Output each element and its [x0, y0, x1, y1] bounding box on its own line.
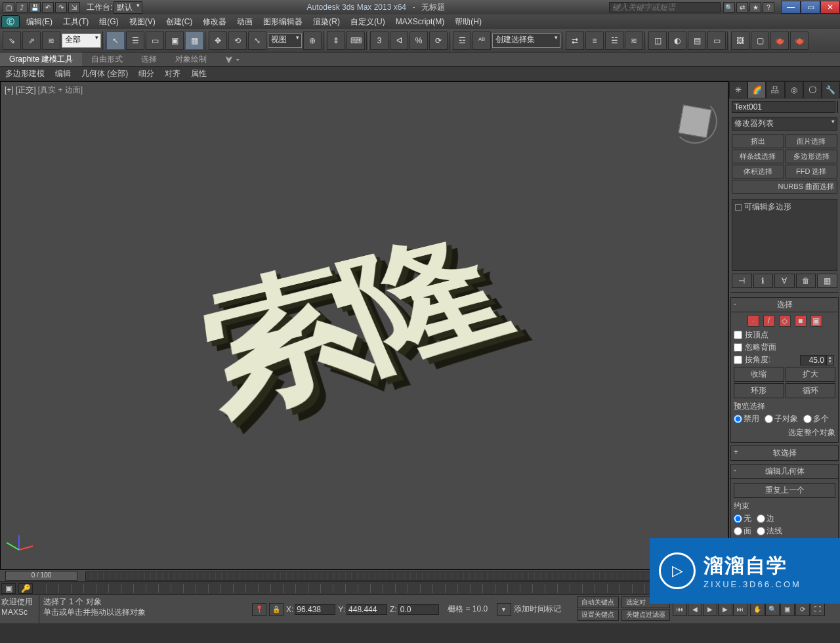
maximize-button[interactable]: ▭: [801, 1, 820, 14]
paint-select-button[interactable]: ▦: [185, 31, 203, 50]
tab-modify-icon[interactable]: 🌈: [747, 81, 766, 98]
viewport[interactable]: [+] [正交] [真实 + 边面] 索隆: [0, 81, 728, 570]
menu-group[interactable]: 组(G): [94, 16, 123, 28]
menu-customize[interactable]: 自定义(U): [345, 16, 390, 28]
auto-key-button[interactable]: 自动关键点: [577, 596, 619, 608]
rollout-soft-header[interactable]: +软选择: [731, 446, 838, 461]
new-icon[interactable]: ▢: [3, 2, 14, 12]
minimize-button[interactable]: —: [781, 1, 801, 14]
search-icon[interactable]: 🔍: [723, 2, 735, 12]
sel-spline[interactable]: 样条线选择: [732, 150, 784, 163]
menu-rendering[interactable]: 渲染(R): [308, 16, 345, 28]
link-icon[interactable]: ⇲: [68, 2, 80, 12]
subribbon-edit[interactable]: 编辑: [50, 68, 76, 79]
zoom-icon[interactable]: 🔍: [765, 603, 780, 616]
render-production-button[interactable]: 🖼: [731, 31, 749, 50]
menu-modifiers[interactable]: 修改器: [198, 16, 232, 28]
close-button[interactable]: ✕: [820, 1, 840, 14]
render-frame-button[interactable]: ▭: [707, 31, 726, 50]
app-menu-icon[interactable]: Ⓔ: [1, 15, 20, 28]
maxscript-mini-listener[interactable]: 欢迎使用 MAXSc: [0, 595, 39, 623]
pin-stack-icon[interactable]: ⊣: [732, 274, 752, 288]
maximize-viewport-icon[interactable]: ⛶: [810, 603, 825, 616]
tab-motion-icon[interactable]: ◎: [785, 81, 803, 98]
named-sel-icon[interactable]: ᴬᴮ: [472, 31, 491, 50]
constraint-edge-radio[interactable]: [757, 514, 765, 523]
object-name-input[interactable]: [732, 101, 835, 113]
window-crossing-button[interactable]: ▣: [165, 31, 184, 50]
ref-coord-dropdown[interactable]: 视图: [268, 33, 302, 48]
menu-graph[interactable]: 图形编辑器: [258, 16, 308, 28]
spinner-snap-button[interactable]: ⟳: [429, 31, 448, 50]
workspace-dropdown[interactable]: 默认: [114, 1, 142, 14]
sel-extrude[interactable]: 挤出: [732, 135, 784, 148]
tab-hierarchy-icon[interactable]: 品: [766, 81, 784, 98]
menu-create[interactable]: 创建(C): [161, 16, 198, 28]
schematic-view-button[interactable]: ◫: [648, 31, 667, 50]
subribbon-align[interactable]: 对齐: [159, 68, 186, 79]
modifier-stack[interactable]: 可编辑多边形: [732, 199, 837, 271]
menu-tools[interactable]: 工具(T): [58, 16, 94, 28]
next-frame-icon[interactable]: ▶: [718, 603, 732, 616]
grow-button[interactable]: 扩大: [786, 367, 836, 382]
add-time-tag[interactable]: 添加时间标记: [514, 604, 573, 615]
ring-button[interactable]: 环形: [734, 383, 784, 398]
select-button[interactable]: ↖: [106, 31, 125, 50]
sel-face[interactable]: 面片选择: [786, 135, 838, 148]
coord-x-input[interactable]: [295, 604, 335, 615]
help-search-input[interactable]: [609, 2, 721, 12]
unlink-button[interactable]: ⇗: [22, 31, 41, 50]
tab-display-icon[interactable]: 🖵: [803, 81, 822, 98]
subribbon-props[interactable]: 属性: [186, 68, 212, 79]
subribbon-geom[interactable]: 几何体 (全部): [76, 68, 133, 79]
shrink-button[interactable]: 收缩: [734, 367, 784, 382]
tab-create-icon[interactable]: ✳: [729, 81, 747, 98]
ribbon-expand-icon[interactable]: ⮟ ▾: [216, 54, 248, 66]
sel-volume[interactable]: 体积选择: [732, 165, 784, 178]
layer-manager-button[interactable]: ☱: [605, 31, 623, 50]
object-color-swatch[interactable]: [837, 101, 838, 113]
sel-poly[interactable]: 多边形选择: [786, 150, 838, 163]
mirror-button[interactable]: ⇄: [566, 31, 584, 50]
align-button[interactable]: ≡: [585, 31, 604, 50]
menu-edit[interactable]: 编辑(E): [21, 16, 58, 28]
sel-ffd[interactable]: FFD 选择: [786, 165, 838, 178]
zoom-extents-icon[interactable]: ▣: [780, 603, 795, 616]
ignore-backfacing-checkbox[interactable]: [734, 343, 742, 352]
render-last-button[interactable]: 🫖: [790, 31, 808, 50]
percent-snap-button[interactable]: %: [410, 31, 428, 50]
vertex-icon[interactable]: ·: [747, 315, 759, 327]
viewcube[interactable]: [675, 102, 715, 141]
prev-frame-icon[interactable]: ◀: [688, 603, 702, 616]
sel-nurbs[interactable]: NURBS 曲面选择: [732, 180, 837, 194]
redo-icon[interactable]: ↷: [55, 2, 67, 12]
menu-animation[interactable]: 动画: [232, 16, 258, 28]
curve-editor-button[interactable]: ≋: [625, 31, 643, 50]
select-by-name-button[interactable]: ☰: [126, 31, 144, 50]
pan-icon[interactable]: ✋: [750, 603, 765, 616]
star-icon[interactable]: ★: [749, 2, 761, 12]
goto-end-icon[interactable]: ⏭: [733, 603, 747, 616]
render-setup-button[interactable]: ▤: [688, 31, 706, 50]
save-icon[interactable]: 💾: [29, 2, 41, 12]
move-button[interactable]: ✥: [209, 31, 227, 50]
loop-button[interactable]: 循环: [786, 383, 836, 398]
time-tag-icon[interactable]: ▾: [497, 603, 511, 616]
undo-icon[interactable]: ↶: [42, 2, 54, 12]
constraint-none-radio[interactable]: [734, 514, 742, 523]
by-angle-checkbox[interactable]: [734, 356, 742, 364]
goto-start-icon[interactable]: ⏮: [673, 603, 687, 616]
subribbon-polymodel[interactable]: 多边形建模: [0, 68, 50, 79]
trackbar-open-icon[interactable]: ▣: [1, 583, 16, 594]
render-button[interactable]: 🫖: [770, 31, 789, 50]
lock-icon[interactable]: 🔒: [269, 603, 284, 616]
remove-mod-icon[interactable]: 🗑: [796, 274, 816, 288]
rollout-editgeo-header[interactable]: -编辑几何体: [731, 465, 838, 479]
exchange-icon[interactable]: ⇄: [736, 2, 748, 12]
set-key-button[interactable]: 设置关键点: [577, 609, 619, 621]
edge-icon[interactable]: /: [763, 315, 775, 327]
ribbon-tab-graphite[interactable]: Graphite 建模工具: [0, 52, 82, 66]
constraint-normal-radio[interactable]: [757, 527, 765, 535]
angle-snap-button[interactable]: ᐊ: [390, 31, 408, 50]
menu-views[interactable]: 视图(V): [124, 16, 161, 28]
